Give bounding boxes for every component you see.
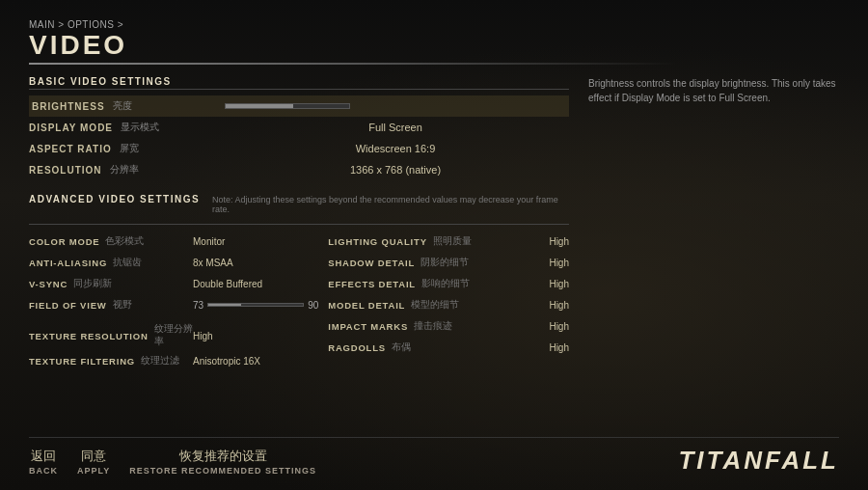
aspect-ratio-label-en: ASPECT RATIO [29, 144, 112, 154]
texture-section: TEXTURE RESOLUTION 纹理分辨率 High TEXTURE FI… [29, 321, 318, 371]
advanced-left-col: COLOR MODE 色彩模式 Monitor ANTI-ALIASING 抗锯… [29, 231, 318, 371]
model-value[interactable]: High [502, 300, 569, 311]
vsync-row: V-SYNC 同步刷新 Double Buffered [29, 273, 318, 294]
page-title: VIDEO [29, 32, 839, 59]
vsync-label-en: V-SYNC [29, 279, 68, 289]
impact-label-group: IMPACT MARKS 撞击痕迹 [328, 320, 502, 333]
back-en: BACK [29, 466, 58, 476]
shadow-label-group: SHADOW DETAIL 阴影的细节 [328, 257, 502, 269]
display-mode-value[interactable]: Full Screen [222, 122, 569, 133]
resolution-label-cn: 分辨率 [110, 163, 139, 177]
impact-label-en: IMPACT MARKS [328, 321, 408, 332]
anti-aliasing-value[interactable]: 8x MSAA [193, 258, 318, 268]
aspect-ratio-label-cn: 屏宽 [120, 142, 139, 155]
advanced-section: ADVANCED VIDEO SETTINGS Note: Adjusting … [29, 194, 569, 371]
vsync-label-cn: 同步刷新 [73, 278, 112, 290]
resolution-label-group: RESOLUTION 分辨率 [29, 163, 222, 177]
aspect-ratio-row: ASPECT RATIO 屏宽 Widescreen 16:9 [29, 138, 569, 159]
effects-label-en: EFFECTS DETAIL [328, 279, 416, 289]
display-mode-label-cn: 显示模式 [121, 121, 159, 134]
page-content: MAIN > OPTIONS > VIDEO BASIC VIDEO SETTI… [0, 0, 868, 490]
ragdolls-value[interactable]: High [502, 342, 569, 353]
fov-track[interactable] [207, 303, 304, 307]
model-label-group: MODEL DETAIL 模型的细节 [328, 299, 502, 312]
fov-label-group: FIELD OF VIEW 视野 [29, 299, 193, 312]
brightness-label-en: BRIGHTNESS [32, 101, 105, 112]
footer: 返回 BACK 同意 APPLY 恢复推荐的设置 RESTORE RECOMME… [29, 437, 839, 476]
brightness-label-cn: 亮度 [113, 99, 132, 113]
resolution-row: RESOLUTION 分辨率 1366 x 768 (native) [29, 159, 569, 180]
footer-buttons: 返回 BACK 同意 APPLY 恢复推荐的设置 RESTORE RECOMME… [29, 448, 316, 476]
display-mode-label-en: DISPLAY MODE [29, 122, 113, 133]
display-mode-label-group: DISPLAY MODE 显示模式 [29, 121, 222, 134]
color-mode-label-cn: 色彩模式 [105, 235, 144, 248]
apply-button[interactable]: 同意 APPLY [77, 448, 110, 476]
basic-section: BASIC VIDEO SETTINGS BRIGHTNESS 亮度 [29, 76, 569, 180]
brightness-track[interactable] [225, 103, 350, 109]
aspect-ratio-label-group: ASPECT RATIO 屏宽 [29, 142, 222, 155]
texture-res-row: TEXTURE RESOLUTION 纹理分辨率 High [29, 321, 318, 350]
texture-filter-label-en: TEXTURE FILTERING [29, 356, 135, 367]
apply-cn: 同意 [81, 448, 106, 465]
anti-aliasing-label-cn: 抗锯齿 [113, 257, 142, 269]
color-mode-label-en: COLOR MODE [29, 236, 99, 247]
resolution-value[interactable]: 1366 x 768 (native) [222, 164, 569, 176]
breadcrumb: MAIN > OPTIONS > [29, 19, 839, 30]
fov-row: FIELD OF VIEW 视野 73 90 [29, 294, 318, 315]
display-mode-row: DISPLAY MODE 显示模式 Full Screen [29, 117, 569, 138]
lighting-value[interactable]: High [502, 236, 569, 247]
ragdolls-label-cn: 布偶 [392, 341, 411, 354]
anti-aliasing-row: ANTI-ALIASING 抗锯齿 8x MSAA [29, 252, 318, 273]
effects-label-cn: 影响的细节 [421, 278, 470, 290]
lighting-label-cn: 照明质量 [433, 235, 472, 248]
info-panel: Brightness controls the display brightne… [588, 76, 839, 437]
brightness-row: BRIGHTNESS 亮度 [29, 95, 569, 117]
aspect-ratio-value[interactable]: Widescreen 16:9 [222, 143, 569, 154]
vsync-value[interactable]: Double Buffered [193, 279, 318, 289]
shadow-label-cn: 阴影的细节 [420, 257, 469, 269]
color-mode-label-group: COLOR MODE 色彩模式 [29, 235, 193, 248]
back-cn: 返回 [31, 448, 56, 465]
shadow-detail-row: SHADOW DETAIL 阴影的细节 High [328, 252, 569, 273]
game-title: TITANFALL [678, 446, 839, 476]
brightness-label-group: BRIGHTNESS 亮度 [32, 99, 225, 113]
fov-label-cn: 视野 [113, 299, 132, 312]
fov-fill [208, 304, 241, 306]
texture-filter-label-group: TEXTURE FILTERING 纹理过滤 [29, 355, 193, 368]
restore-button[interactable]: 恢复推荐的设置 RESTORE RECOMMENDED SETTINGS [129, 448, 316, 476]
texture-res-value[interactable]: High [193, 331, 318, 341]
shadow-value[interactable]: High [502, 258, 569, 268]
model-label-cn: 模型的细节 [411, 299, 459, 312]
effects-value[interactable]: High [502, 279, 569, 289]
texture-filter-value[interactable]: Anisotropic 16X [193, 356, 318, 367]
advanced-divider [29, 224, 569, 225]
main-area: BASIC VIDEO SETTINGS BRIGHTNESS 亮度 [29, 76, 839, 437]
model-detail-row: MODEL DETAIL 模型的细节 High [328, 294, 569, 315]
texture-filter-row: TEXTURE FILTERING 纹理过滤 Anisotropic 16X [29, 350, 318, 371]
shadow-label-en: SHADOW DETAIL [328, 258, 415, 268]
left-panel: BASIC VIDEO SETTINGS BRIGHTNESS 亮度 [29, 76, 569, 437]
fov-label-en: FIELD OF VIEW [29, 300, 107, 311]
lighting-label-en: LIGHTING QUALITY [328, 236, 427, 247]
lighting-quality-row: LIGHTING QUALITY 照明质量 High [328, 231, 569, 252]
ragdolls-label-group: RAGDOLLS 布偶 [328, 341, 502, 354]
texture-res-label-group: TEXTURE RESOLUTION 纹理分辨率 [29, 323, 193, 348]
color-mode-value[interactable]: Monitor [193, 236, 318, 247]
advanced-note: Note: Adjusting these settings beyond th… [212, 195, 569, 214]
fov-max-value: 90 [308, 300, 318, 311]
model-label-en: MODEL DETAIL [328, 300, 405, 311]
vsync-label-group: V-SYNC 同步刷新 [29, 278, 193, 290]
impact-value[interactable]: High [502, 321, 569, 332]
impact-label-cn: 撞击痕迹 [414, 320, 452, 333]
brightness-slider[interactable] [225, 103, 566, 109]
resolution-label-en: RESOLUTION [29, 165, 102, 176]
lighting-label-group: LIGHTING QUALITY 照明质量 [328, 235, 502, 248]
anti-aliasing-label-group: ANTI-ALIASING 抗锯齿 [29, 257, 193, 269]
advanced-section-header: ADVANCED VIDEO SETTINGS [29, 194, 203, 206]
brightness-fill [226, 104, 293, 108]
texture-res-label-cn: 纹理分辨率 [154, 323, 193, 348]
back-button[interactable]: 返回 BACK [29, 448, 58, 476]
title-divider [29, 63, 839, 65]
advanced-right-col: LIGHTING QUALITY 照明质量 High SHADOW DETAIL… [328, 231, 569, 371]
fov-slider-container[interactable]: 73 90 [193, 300, 318, 311]
